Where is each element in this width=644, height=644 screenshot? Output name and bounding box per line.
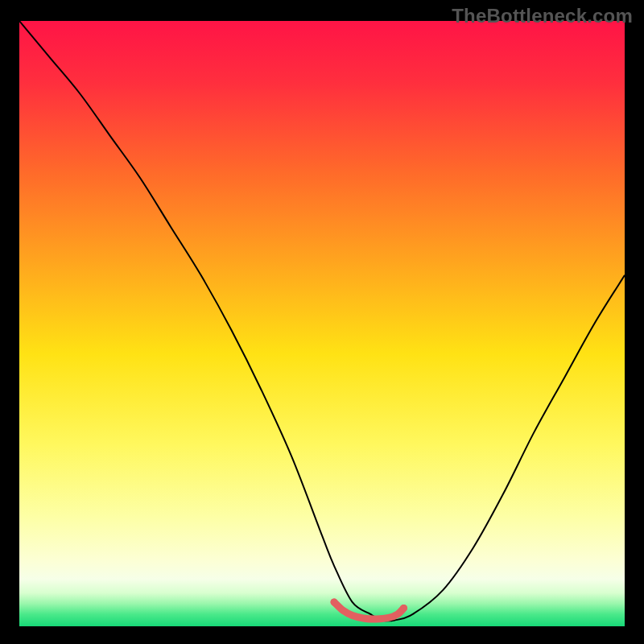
optimal-range-endpoint [400,605,407,612]
chart-container: TheBottleneck.com [0,0,644,644]
chart-svg [19,21,625,626]
optimal-range-endpoint [331,598,338,605]
watermark-text: TheBottleneck.com [452,5,633,27]
plot-area [19,21,625,626]
